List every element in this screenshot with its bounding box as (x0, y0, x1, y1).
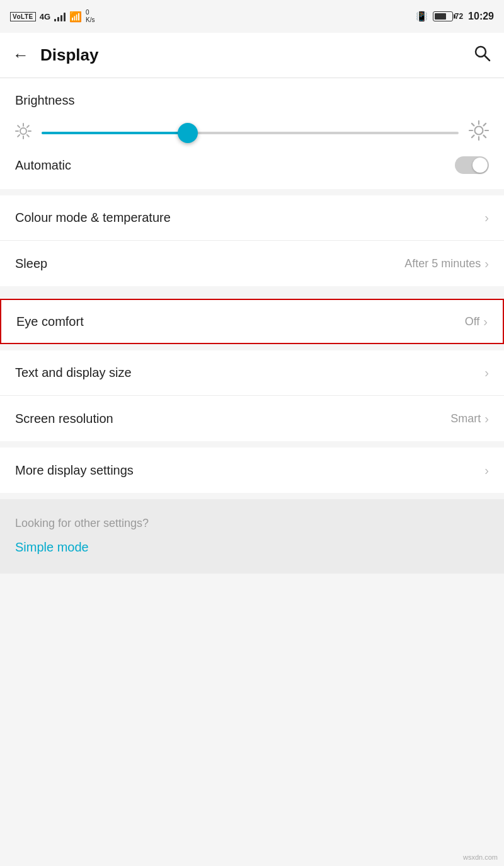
svg-line-9 (27, 125, 29, 127)
svg-line-19 (472, 136, 474, 138)
svg-line-7 (18, 125, 20, 127)
text-display-size-label: Text and display size (15, 366, 132, 380)
back-button[interactable]: ← (13, 45, 29, 65)
battery-fill (435, 13, 447, 20)
text-display-size-right: › (484, 366, 489, 380)
eye-comfort-label: Eye comfort (16, 315, 84, 329)
more-display-settings-right: › (484, 463, 489, 478)
svg-line-1 (484, 55, 490, 61)
battery-icon (433, 11, 453, 21)
vibrate-icon: 📳 (416, 11, 428, 22)
slider-thumb[interactable] (178, 123, 198, 143)
svg-point-2 (20, 128, 26, 134)
screen-resolution-label: Screen resolution (15, 412, 113, 426)
sun-icon-small (15, 123, 32, 143)
status-left: VoLTE 4G 📶 0 K/s (10, 9, 94, 24)
separator-1 (0, 292, 504, 299)
svg-line-16 (472, 124, 474, 126)
status-bar: VoLTE 4G 📶 0 K/s 📳 72 10:29 (0, 0, 504, 33)
list-item-sleep[interactable]: Sleep After 5 minutes › (0, 241, 504, 286)
list-item-eye-comfort[interactable]: Eye comfort Off › (0, 299, 504, 344)
signal-bars-icon (54, 11, 66, 21)
signal-4g-label: 4G (40, 12, 50, 21)
screen-resolution-right: Smart › (450, 412, 489, 426)
brightness-label: Brightness (15, 93, 489, 108)
wifi-icon: 📶 (69, 11, 82, 23)
automatic-label: Automatic (15, 158, 71, 173)
svg-line-8 (27, 134, 29, 136)
screen-resolution-value: Smart (450, 412, 481, 425)
bottom-card-question: Looking for other settings? (15, 517, 489, 530)
status-right: 📳 72 10:29 (416, 11, 494, 22)
brightness-section: Brightness (0, 78, 504, 189)
screen-resolution-chevron: › (484, 412, 489, 426)
list-item-more-display-settings[interactable]: More display settings › (0, 447, 504, 493)
brightness-slider-row (15, 120, 489, 145)
top-bar: ← Display (0, 33, 504, 78)
colour-mode-label: Colour mode & temperature (15, 211, 171, 225)
section-text-resolution: Text and display size › Screen resolutio… (0, 350, 504, 441)
battery-container: 72 (433, 11, 463, 21)
top-bar-left: ← Display (13, 45, 99, 65)
watermark: wsxdn.com (463, 853, 498, 861)
colour-mode-right: › (484, 211, 489, 225)
more-display-settings-label: More display settings (15, 463, 134, 478)
simple-mode-link[interactable]: Simple mode (15, 540, 489, 555)
sleep-chevron: › (484, 257, 489, 271)
text-display-size-chevron: › (484, 366, 489, 380)
svg-point-11 (475, 127, 483, 135)
search-button[interactable] (472, 43, 491, 67)
page-title: Display (40, 45, 99, 65)
sleep-value: After 5 minutes (404, 257, 481, 270)
toggle-knob (472, 158, 488, 173)
brightness-slider[interactable] (42, 122, 459, 144)
clock: 10:29 (468, 11, 494, 22)
automatic-row: Automatic (15, 145, 489, 176)
bottom-card: Looking for other settings? Simple mode (0, 499, 504, 574)
list-item-colour-mode[interactable]: Colour mode & temperature › (0, 195, 504, 241)
volte-badge: VoLTE (10, 12, 36, 21)
list-item-screen-resolution[interactable]: Screen resolution Smart › (0, 396, 504, 441)
sleep-label: Sleep (15, 257, 47, 271)
data-speed: 0 K/s (86, 9, 94, 24)
svg-line-17 (484, 136, 486, 138)
section-more-settings: More display settings › (0, 447, 504, 493)
battery-percentage: 72 (455, 12, 463, 21)
automatic-toggle[interactable] (455, 156, 489, 174)
colour-mode-chevron: › (484, 211, 489, 225)
section-colour-sleep: Colour mode & temperature › Sleep After … (0, 195, 504, 286)
more-display-settings-chevron: › (484, 463, 489, 478)
list-item-text-display-size[interactable]: Text and display size › (0, 350, 504, 396)
sleep-right: After 5 minutes › (404, 257, 489, 271)
svg-line-10 (18, 134, 20, 136)
eye-comfort-chevron: › (483, 315, 488, 329)
slider-track-fill (42, 132, 188, 134)
separator-2 (0, 344, 504, 350)
eye-comfort-right: Off › (465, 315, 488, 329)
sun-icon-large (469, 120, 489, 145)
eye-comfort-value: Off (465, 315, 480, 328)
svg-line-18 (484, 124, 486, 126)
